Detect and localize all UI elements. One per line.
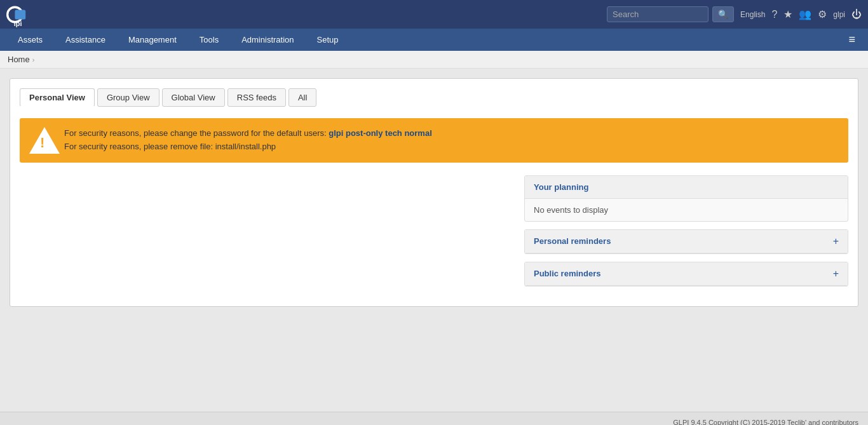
warning-banner: For security reasons, please change the …: [20, 118, 848, 163]
search-area: 🔍: [607, 6, 734, 22]
hamburger-menu-icon[interactable]: ≡: [842, 33, 862, 46]
personal-reminders-add-button[interactable]: +: [833, 236, 839, 246]
warning-text: For security reasons, please change the …: [64, 127, 836, 154]
content-card: Personal View Group View Global View RSS…: [10, 78, 858, 307]
svg-rect-1: [15, 10, 25, 19]
tab-rss-feeds[interactable]: RSS feeds: [227, 88, 286, 107]
warning-users-link[interactable]: glpi post-only tech normal: [329, 128, 432, 138]
people-icon[interactable]: 👥: [799, 8, 811, 20]
main-content: Personal View Group View Global View RSS…: [0, 69, 868, 412]
gear-icon[interactable]: ⚙: [818, 8, 827, 20]
user-menu[interactable]: glpi: [833, 10, 845, 19]
public-reminders-add-button[interactable]: +: [833, 269, 839, 279]
warning-line2: For security reasons, please remove file…: [64, 142, 276, 151]
tab-group-view[interactable]: Group View: [97, 88, 159, 107]
language-selector[interactable]: English: [740, 10, 765, 19]
planning-section: Your planning No events to display Perso…: [524, 175, 848, 287]
search-icon: 🔍: [718, 10, 728, 19]
tabs-row: Personal View Group View Global View RSS…: [20, 88, 848, 107]
planning-card: Your planning No events to display: [524, 175, 848, 222]
planning-header: Your planning: [525, 176, 848, 199]
tab-personal-view[interactable]: Personal View: [20, 88, 95, 107]
planning-empty-text: No events to display: [534, 205, 608, 215]
tab-all[interactable]: All: [288, 88, 316, 107]
planning-body: No events to display: [525, 199, 848, 221]
search-button[interactable]: 🔍: [712, 6, 734, 22]
nav-item-setup[interactable]: Setup: [306, 29, 350, 51]
public-reminders-header: Public reminders +: [525, 262, 848, 286]
breadcrumb-chevron-icon: ›: [32, 56, 35, 64]
breadcrumb: Home ›: [0, 51, 868, 69]
nav-item-management[interactable]: Management: [117, 29, 188, 51]
top-icons: English ? ★ 👥 ⚙ glpi ⏻: [740, 8, 862, 20]
top-bar: lpi 🔍 English ? ★ 👥 ⚙ glpi ⏻: [0, 0, 868, 29]
tab-global-view[interactable]: Global View: [162, 88, 225, 107]
star-icon[interactable]: ★: [783, 8, 792, 20]
footer: GLPI 9.4.5 Copyright (C) 2015-2019 Tecli…: [0, 412, 868, 425]
planning-title: Your planning: [534, 182, 588, 192]
personal-reminders-title: Personal reminders: [534, 236, 611, 246]
personal-reminders-card: Personal reminders +: [524, 229, 848, 254]
warning-icon: [29, 125, 60, 156]
plus-icon: +: [833, 236, 839, 246]
help-icon[interactable]: ?: [771, 9, 777, 20]
nav-bar: Assets Assistance Management Tools Admin…: [0, 29, 868, 51]
logo-area[interactable]: lpi: [6, 1, 36, 28]
nav-item-tools[interactable]: Tools: [188, 29, 230, 51]
warning-line1-prefix: For security reasons, please change the …: [64, 128, 327, 138]
username-label: glpi: [833, 10, 845, 19]
nav-item-assets[interactable]: Assets: [6, 29, 54, 51]
plus-icon-public: +: [833, 268, 839, 279]
public-reminders-card: Public reminders +: [524, 262, 848, 287]
nav-item-administration[interactable]: Administration: [230, 29, 305, 51]
search-input[interactable]: [607, 6, 709, 22]
logout-icon[interactable]: ⏻: [851, 9, 862, 20]
public-reminders-title: Public reminders: [534, 269, 600, 278]
breadcrumb-home[interactable]: Home: [8, 55, 30, 64]
nav-item-assistance[interactable]: Assistance: [54, 29, 117, 51]
personal-reminders-header: Personal reminders +: [525, 230, 848, 253]
footer-text: GLPI 9.4.5 Copyright (C) 2015-2019 Tecli…: [673, 419, 858, 425]
svg-text:lpi: lpi: [14, 19, 22, 27]
